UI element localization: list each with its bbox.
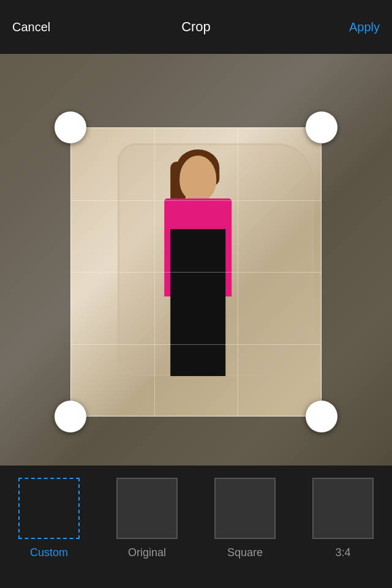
apply-button[interactable]: Apply (349, 20, 380, 34)
ratio-3-4-label: 3:4 (335, 546, 350, 559)
custom-label: Custom (30, 546, 68, 559)
bottom-toolbar: Custom Original Square 3:4 4 (0, 466, 392, 588)
crop-shadow-right (322, 127, 392, 417)
crop-box[interactable] (70, 127, 322, 417)
square-icon (214, 478, 276, 539)
crop-option-3-4[interactable]: 3:4 (294, 478, 392, 559)
handle-bottom-left[interactable] (55, 401, 86, 432)
crop-option-original[interactable]: Original (98, 478, 196, 559)
handle-bottom-right[interactable] (306, 401, 337, 432)
crop-option-custom[interactable]: Custom (0, 478, 98, 559)
original-icon (116, 478, 178, 539)
cancel-button[interactable]: Cancel (12, 20, 50, 34)
crop-option-square[interactable]: Square (196, 478, 294, 559)
grid-line-h2 (71, 272, 321, 273)
original-label: Original (128, 546, 166, 559)
ratio-3-4-icon (312, 478, 374, 539)
image-area (0, 54, 392, 466)
custom-icon (18, 478, 80, 539)
header: Cancel Crop Apply (0, 0, 392, 54)
handle-top-left[interactable] (55, 111, 86, 143)
grid-line-h1 (71, 200, 321, 201)
crop-shadow-left (0, 127, 70, 417)
handle-top-right[interactable] (306, 111, 337, 143)
square-label: Square (227, 546, 263, 559)
page-title: Crop (181, 19, 211, 35)
grid-line-h3 (71, 344, 321, 345)
